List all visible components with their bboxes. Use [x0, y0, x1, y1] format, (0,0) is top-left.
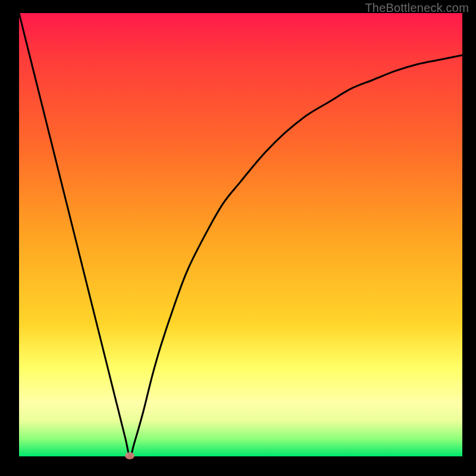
chart-frame: TheBottleneck.com	[0, 0, 476, 476]
bottleneck-curve	[19, 13, 462, 456]
watermark-text: TheBottleneck.com	[365, 1, 469, 15]
minimum-marker	[125, 452, 134, 459]
plot-area	[19, 13, 462, 456]
